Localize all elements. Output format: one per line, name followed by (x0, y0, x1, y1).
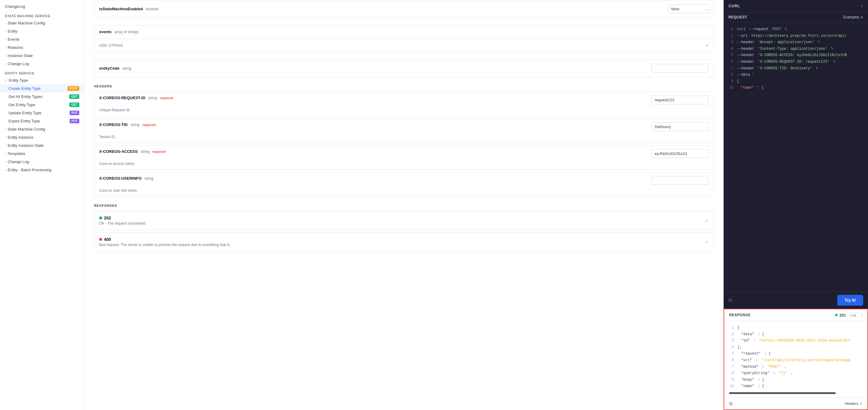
access-input[interactable] (651, 149, 709, 158)
code-line-6: 6 --header 'X-COREOS-REQUEST-ID: request… (728, 59, 863, 65)
curl-subheader: REQUEST Examples ∨ (724, 12, 868, 23)
sidebar-item-label: ChangeLog (5, 4, 25, 9)
sidebar-item-entity-instance[interactable]: › Entity Instance (0, 133, 84, 141)
chevron-icon: › (5, 136, 6, 139)
add-string-label: ADD STRING (99, 43, 123, 48)
sidebar: ChangeLog STATE MACHINE SERVICE › State … (0, 0, 84, 410)
request-id-input[interactable] (651, 95, 709, 104)
sidebar-item-label: State Machine Config (7, 21, 45, 25)
headers-section-title: HEADERS (94, 84, 714, 88)
sidebar-item-instance-state[interactable]: › Instance State (0, 52, 84, 60)
responses-section-title: RESPONSES (94, 204, 714, 207)
chevron-icon: › (5, 144, 6, 147)
copy-icon-response[interactable]: ⧉ (729, 401, 733, 406)
line-num: 2 (729, 331, 734, 338)
chevron-icon: › (5, 160, 6, 164)
add-string-row[interactable]: ADD STRING + (94, 39, 714, 52)
header-type-access: string (141, 149, 149, 154)
sidebar-item-get-all-entity-types[interactable]: Get All Entity Types GET (0, 92, 84, 101)
line-num: 4 (728, 46, 733, 53)
response-panel: RESPONSE 201 Log ∨ 1 { 2 "data" : { 3 (724, 309, 868, 410)
required-badge: required (160, 96, 173, 100)
response-title: RESPONSE (729, 313, 751, 317)
resp-line-1: 1 { (729, 325, 863, 331)
state-machine-select[interactable]: false true (668, 4, 710, 13)
log-button[interactable]: Log (848, 312, 859, 318)
sidebar-item-entity-batch[interactable]: › Entity - Batch Processing (0, 166, 84, 174)
sidebar-item-changelog[interactable]: ChangeLog (0, 2, 84, 10)
chevron-icon: › (5, 62, 6, 65)
sidebar-item-label: Entity Type (9, 78, 28, 83)
sidebar-item-templates[interactable]: › Templates (0, 149, 84, 158)
header-userinfo-block: X-COREOS-USERINFO string Core-os user in… (94, 172, 714, 197)
header-desc-request-id: Unique Request Id. (94, 108, 713, 116)
field-is-state-machine: isStateMachineEnabled boolean false true… (94, 0, 714, 18)
copy-icon[interactable]: ⧉ (728, 297, 732, 303)
sidebar-item-update-entity-type[interactable]: Update Entity Type PUT (0, 109, 84, 117)
sidebar-item-events[interactable]: › Events (0, 35, 84, 43)
userinfo-input[interactable] (651, 176, 709, 185)
response-status-code: 201 (839, 313, 846, 318)
line-num: 3 (729, 338, 734, 344)
field-label-entity-code: entityCode (99, 66, 119, 70)
sidebar-item-label: Expire Entity Type (8, 119, 40, 123)
tid-input[interactable] (651, 122, 709, 131)
required-badge: required (152, 150, 165, 153)
sidebar-item-label: Reasons (7, 45, 23, 50)
examples-button[interactable]: Examples ∨ (843, 15, 863, 19)
add-icon[interactable]: + (706, 43, 709, 48)
sidebar-item-change-log-entity[interactable]: › Change Log (0, 158, 84, 166)
resp-line-5: 5 "request" : { (729, 351, 863, 357)
sidebar-item-label: Entity Instance State (7, 143, 43, 148)
line-num: 3 (728, 39, 733, 46)
line-num: 10 (729, 383, 734, 390)
header-request-id-header: X-COREOS-REQUEST-ID string required (94, 92, 713, 108)
status-dot-green (835, 314, 838, 316)
sidebar-item-state-machine-config-entity[interactable]: › State Machine Config (0, 125, 84, 133)
sidebar-item-get-entity-type[interactable]: Get Entity Type GET (0, 101, 84, 109)
header-desc-tid: Tenant ID. (94, 135, 713, 143)
sidebar-item-entity-instance-state[interactable]: › Entity Instance State (0, 141, 84, 149)
sidebar-section-entity-service: ENTITY SERVICE (0, 68, 84, 76)
field-label-state-machine: isStateMachineEnabled (99, 7, 143, 11)
sidebar-item-expire-entity-type[interactable]: Expire Entity Type PUT (0, 117, 84, 125)
entity-code-input[interactable] (651, 64, 709, 72)
header-type-request-id: string (148, 96, 157, 100)
curl-collapse-icon[interactable]: ∨ (861, 4, 863, 8)
sidebar-item-label: Create Entity Type (8, 86, 41, 91)
code-line-5: 5 --header 'X-COREOS-ACCESS: eyJhbGciOiJ… (728, 52, 863, 59)
header-tid-header: X-COREOS-TID string required (94, 119, 713, 135)
examples-label: Examples (843, 15, 859, 19)
line-num: 7 (728, 65, 733, 72)
form-section-boolean: isStateMachineEnabled boolean false true… (94, 0, 714, 18)
curl-title: CURL (728, 4, 740, 8)
sidebar-item-reasons[interactable]: › Reasons (0, 43, 84, 52)
resp-line-4: 4 }, (729, 344, 863, 351)
try-it-button[interactable]: Try It! (837, 295, 863, 306)
code-line-10: 10 "name" : { (728, 85, 863, 91)
response-code-202: 202 (104, 215, 111, 221)
header-desc-userinfo: Core-os user info token. (94, 188, 713, 196)
expand-icon-202[interactable]: ⤢ (705, 218, 709, 223)
headers-section: X-COREOS-REQUEST-ID string required Uniq… (94, 92, 714, 197)
code-line-9: 9 { (728, 78, 863, 85)
expand-icon-400[interactable]: ⤢ (705, 240, 709, 244)
line-num: 7 (729, 364, 734, 371)
headers-button[interactable]: Headers ⤢ (845, 402, 863, 406)
chevron-icon: › (5, 127, 6, 131)
chevron-icon: › (5, 21, 6, 25)
sidebar-item-entity[interactable]: › Entity (0, 27, 84, 35)
sidebar-item-entity-type-group[interactable]: ∨ Entity Type (0, 76, 84, 84)
right-panel: CURL ∨ REQUEST Examples ∨ 1 curl --reque… (723, 0, 868, 410)
responses-section: 202 OK - The request succeeded. ⤢ 400 Ba… (94, 211, 714, 252)
form-section-events: events array of strings ADD STRING + (94, 25, 714, 52)
main-content: isStateMachineEnabled boolean false true… (84, 0, 723, 410)
sidebar-item-change-log-sm[interactable]: › Change Log (0, 60, 84, 68)
sidebar-item-create-entity-type[interactable]: Create Entity Type POST (0, 84, 84, 92)
resp-line-10: 10 "name" : { (729, 383, 863, 390)
sidebar-item-label: Entity - Batch Processing (7, 168, 51, 172)
sidebar-item-state-machine-config[interactable]: › State Machine Config (0, 19, 84, 27)
header-label-request-id: X-COREOS-REQUEST-ID (99, 95, 145, 100)
curl-header: CURL ∨ (724, 0, 868, 12)
sidebar-item-label: Get All Entity Types (8, 94, 42, 99)
